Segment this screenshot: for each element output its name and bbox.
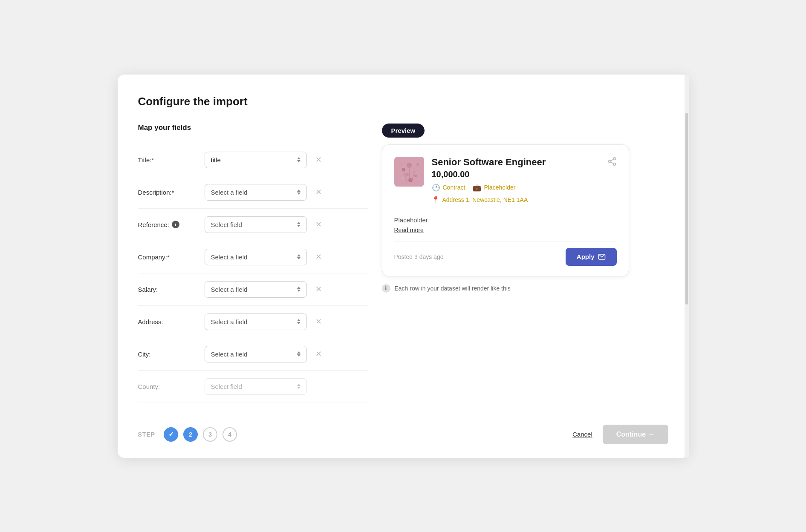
clock-icon: 🕐 (432, 184, 440, 192)
svg-point-8 (416, 163, 419, 166)
select-arrows-company (297, 254, 300, 259)
preview-salary: 10,000.00 (432, 170, 600, 179)
field-row-county: County: Select field (138, 371, 368, 403)
location-icon: 📍 (432, 196, 440, 204)
preview-address: 📍 Address 1, Newcastle, NE1 1AA (432, 196, 600, 204)
clear-reference[interactable]: ✕ (314, 219, 324, 230)
select-arrows-city (297, 351, 300, 357)
preview-tag-contract: 🕐 Contract (432, 184, 465, 192)
scrollbar-thumb (685, 113, 688, 305)
field-select-address[interactable]: Select a field (205, 313, 307, 330)
main-content: Map your fields Title:* title ✕ (138, 124, 668, 413)
clear-city[interactable]: ✕ (314, 348, 324, 359)
section-label: Map your fields (138, 124, 368, 132)
briefcase-icon: 💼 (473, 184, 481, 192)
dataset-note: ℹ Each row in your dataset will render l… (382, 284, 511, 293)
svg-point-6 (402, 177, 404, 179)
field-row-salary: Salary: Select a field ✕ (138, 273, 368, 306)
field-select-company[interactable]: Select a field (205, 249, 307, 265)
svg-point-2 (402, 168, 405, 171)
preview-description-placeholder: Placeholder (394, 216, 617, 224)
field-select-salary[interactable]: Select a field (205, 281, 307, 298)
field-select-county[interactable]: Select field (205, 378, 307, 395)
left-panel: Map your fields Title:* title ✕ (138, 124, 368, 413)
preview-job-title: Senior Software Engineer (432, 157, 600, 168)
field-row-address: Address: Select a field ✕ (138, 306, 368, 338)
step-1[interactable]: ✓ (164, 427, 178, 442)
preview-info: Senior Software Engineer 10,000.00 🕐 Con… (432, 157, 600, 210)
info-icon-reference[interactable]: i (172, 221, 179, 228)
modal-container: Configure the import Map your fields Tit… (118, 75, 689, 458)
svg-point-9 (399, 163, 402, 166)
select-arrows-county (297, 384, 300, 389)
select-arrows-salary (297, 287, 300, 292)
field-row-company: Company:* Select a field ✕ (138, 241, 368, 273)
preview-thumbnail (394, 157, 424, 187)
field-label-address: Address: (138, 318, 198, 325)
field-row-description: Description:* Select a field ✕ (138, 176, 368, 209)
clear-description[interactable]: ✕ (314, 187, 324, 198)
steps: STEP ✓ 2 3 4 (138, 427, 237, 442)
select-arrows-address (297, 319, 300, 324)
clear-salary[interactable]: ✕ (314, 284, 324, 295)
field-row-city: City: Select a field ✕ (138, 338, 368, 371)
field-label-title: Title:* (138, 156, 198, 164)
svg-line-16 (610, 162, 613, 164)
preview-badge: Preview (382, 124, 425, 138)
field-label-description: Description:* (138, 189, 198, 196)
clear-company[interactable]: ✕ (314, 251, 324, 262)
step-2[interactable]: 2 (183, 427, 198, 442)
svg-point-4 (405, 173, 409, 176)
preview-tag-placeholder: 💼 Placeholder (473, 184, 515, 192)
scrollbar-track[interactable] (685, 75, 689, 458)
svg-point-1 (407, 163, 412, 168)
field-label-county: County: (138, 383, 198, 390)
apply-button[interactable]: Apply (566, 248, 617, 266)
preview-tags: 🕐 Contract 💼 Placeholder (432, 184, 600, 192)
svg-line-17 (610, 159, 613, 161)
step-4[interactable]: 4 (222, 427, 237, 442)
step-label: STEP (138, 431, 156, 438)
field-label-company: Company:* (138, 253, 198, 261)
select-arrows-description (297, 190, 300, 195)
preview-footer: Posted 3 days ago Apply (394, 242, 617, 266)
preview-description: Placeholder Read more (394, 216, 617, 234)
info-icon-note: ℹ (382, 284, 390, 293)
bottom-bar: STEP ✓ 2 3 4 Cancel Continue → (138, 413, 668, 458)
field-rows: Title:* title ✕ Description:* (138, 144, 368, 403)
svg-point-15 (613, 163, 615, 165)
field-row-reference: Reference: i Select field ✕ (138, 209, 368, 241)
field-select-reference[interactable]: Select field (205, 216, 307, 233)
clear-title[interactable]: ✕ (314, 154, 324, 165)
svg-point-13 (613, 157, 615, 160)
field-select-description[interactable]: Select a field (205, 184, 307, 201)
field-label-salary: Salary: (138, 286, 198, 293)
svg-point-3 (413, 167, 417, 171)
modal-title: Configure the import (138, 95, 668, 108)
svg-point-14 (608, 160, 611, 163)
cancel-button[interactable]: Cancel (572, 431, 592, 438)
field-label-city: City: (138, 351, 198, 358)
field-select-title[interactable]: title (205, 152, 307, 168)
preview-card-header: Senior Software Engineer 10,000.00 🕐 Con… (394, 157, 617, 210)
svg-point-5 (414, 175, 417, 177)
share-button[interactable] (607, 157, 617, 168)
select-arrows-title (297, 157, 300, 162)
preview-card: Senior Software Engineer 10,000.00 🕐 Con… (382, 144, 629, 276)
right-panel: Preview (382, 124, 668, 413)
continue-button[interactable]: Continue → (603, 425, 668, 444)
preview-posted: Posted 3 days ago (394, 253, 444, 260)
step-3[interactable]: 3 (203, 427, 217, 442)
select-arrows-reference (297, 222, 300, 227)
field-select-city[interactable]: Select a field (205, 346, 307, 362)
clear-address[interactable]: ✕ (314, 316, 324, 327)
field-label-reference: Reference: i (138, 221, 198, 228)
bottom-actions: Cancel Continue → (572, 425, 668, 444)
field-row-title: Title:* title ✕ (138, 144, 368, 176)
read-more-link[interactable]: Read more (394, 227, 424, 233)
